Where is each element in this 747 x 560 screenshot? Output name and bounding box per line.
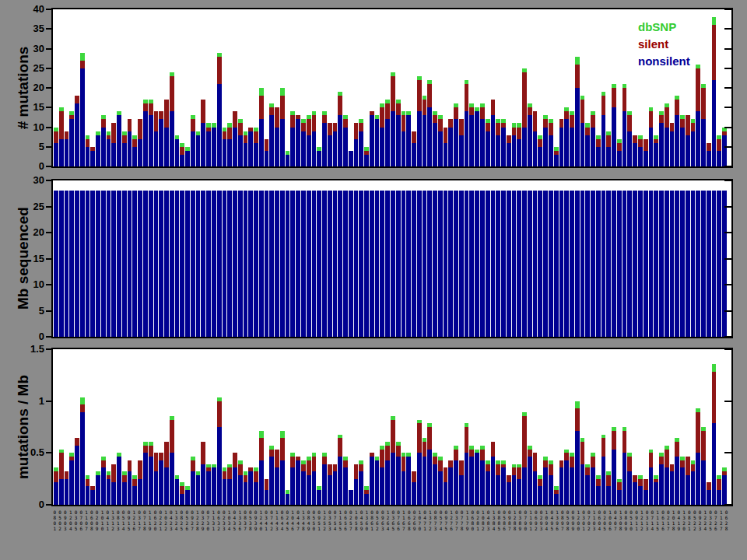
bar-segment <box>80 412 85 505</box>
bar-segment <box>522 416 527 468</box>
bar-stack <box>75 438 79 505</box>
bar-stack <box>338 435 342 505</box>
bar-segment <box>59 139 64 166</box>
bar-segment <box>670 131 675 166</box>
bar-segment <box>644 479 648 490</box>
y-tick-mark-right <box>724 452 731 453</box>
bar-segment <box>570 191 574 337</box>
bar-stack <box>554 486 559 505</box>
x-tick-label: 0586 <box>502 509 507 558</box>
bar-segment <box>380 191 384 337</box>
bar-segment <box>675 457 679 505</box>
bar-stack <box>570 191 574 337</box>
bar-segment <box>423 115 427 166</box>
bar-stack <box>402 191 406 337</box>
bar-segment <box>444 128 448 143</box>
bar-stack <box>143 191 148 337</box>
bar-segment <box>601 457 606 505</box>
bar-stack <box>201 100 205 166</box>
bar-segment <box>154 131 159 166</box>
y-tick-label: 1 <box>9 396 44 407</box>
bar-stack <box>575 191 580 337</box>
bar-segment <box>191 460 195 471</box>
bar-segment <box>638 147 643 166</box>
bar-segment <box>712 364 717 372</box>
bar-stack <box>528 191 532 337</box>
bar-stack <box>364 486 369 505</box>
bar-stack <box>154 453 159 505</box>
bar-segment <box>391 453 395 505</box>
bar-segment <box>164 442 169 467</box>
bar-stack <box>101 191 106 337</box>
bar-stack <box>359 119 363 166</box>
bar-segment <box>385 103 390 119</box>
bar-segment <box>538 147 542 166</box>
bar-segment <box>575 88 580 166</box>
x-tick-label: 1046 <box>290 509 295 558</box>
bar-stack <box>686 191 690 337</box>
y-tick-mark-left <box>46 284 51 285</box>
x-tick-label: 0447 <box>296 509 300 558</box>
bar-segment <box>549 123 553 135</box>
bar-stack <box>170 72 174 166</box>
bar-segment <box>549 464 553 475</box>
bar-stack <box>580 438 585 505</box>
bar-stack <box>591 111 595 166</box>
bar-segment <box>427 191 432 337</box>
bar-segment <box>322 115 327 123</box>
bar-stack <box>596 191 601 337</box>
bar-segment <box>143 103 148 111</box>
x-tick-label: 1312 <box>110 509 115 558</box>
bar-segment <box>54 191 58 337</box>
bar-segment <box>154 453 159 471</box>
x-tick-label: 1308 <box>618 509 622 558</box>
bar-stack <box>59 450 64 505</box>
x-tick-label: 0608 <box>89 509 94 558</box>
x-tick-label: 1107 <box>84 509 89 558</box>
bar-segment <box>265 490 269 505</box>
bar-segment <box>480 450 485 460</box>
bar-stack <box>238 191 243 337</box>
bar-segment <box>496 475 500 505</box>
bar-stack <box>65 471 69 505</box>
bar-segment <box>364 191 369 337</box>
bar-segment <box>601 115 606 166</box>
bar-segment <box>122 191 127 337</box>
bar-stack <box>370 111 374 166</box>
bar-segment <box>328 464 332 475</box>
bar-segment <box>491 457 496 505</box>
bar-segment <box>149 191 153 337</box>
x-tick-label: 1082 <box>481 509 486 558</box>
y-tick-mark-right <box>724 127 731 128</box>
bar-segment <box>696 111 700 166</box>
x-tick-label: 0217 <box>665 509 670 558</box>
bar-segment <box>233 467 237 505</box>
bar-segment <box>559 460 564 468</box>
bar-stack <box>375 191 380 337</box>
bar-segment <box>290 191 295 337</box>
bar-stack <box>670 123 675 166</box>
bar-stack <box>254 128 258 166</box>
bar-segment <box>185 151 190 166</box>
bar-stack <box>54 128 58 166</box>
bar-stack <box>423 438 427 505</box>
bar-segment <box>670 123 675 131</box>
bar-stack <box>159 111 163 166</box>
bar-segment <box>69 460 74 505</box>
bar-stack <box>180 482 184 505</box>
bar-segment <box>654 191 658 337</box>
x-tick-label: 0293 <box>538 509 543 558</box>
y-tick-mark-right <box>724 348 731 350</box>
bar-segment <box>580 442 585 464</box>
bar-segment <box>585 128 590 135</box>
x-tick-label: 0873 <box>433 509 437 558</box>
bar-stack <box>501 460 506 505</box>
bar-segment <box>612 191 616 337</box>
y-tick-label: 25 <box>9 63 44 74</box>
bar-stack <box>496 191 500 337</box>
bar-segment <box>675 115 679 166</box>
bar-segment <box>223 479 227 505</box>
bar-segment <box>359 123 363 131</box>
bar-segment <box>212 128 216 167</box>
bar-stack <box>596 135 601 166</box>
